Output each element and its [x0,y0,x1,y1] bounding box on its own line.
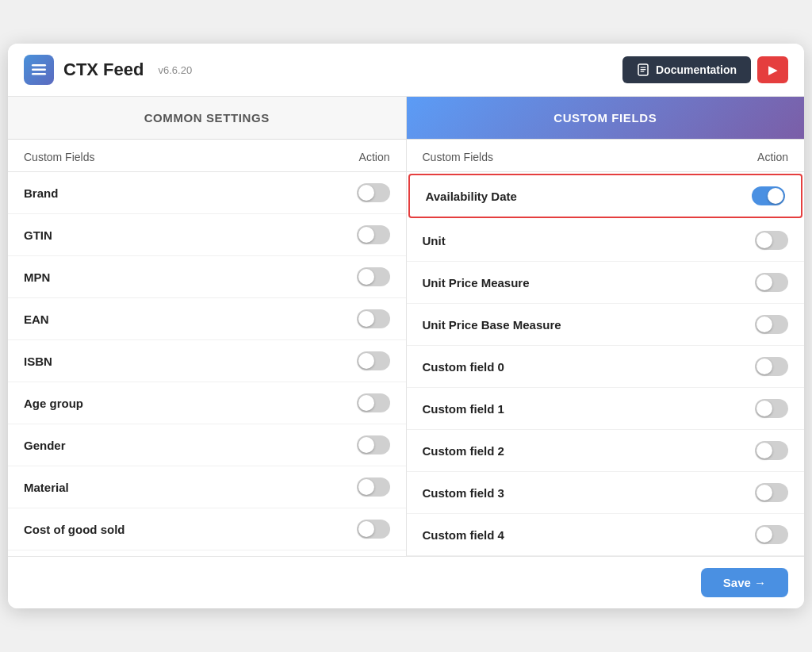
left-toggle-age-group[interactable] [357,393,390,412]
app-version: v6.6.20 [158,64,192,76]
left-toggle-gtin[interactable] [357,225,390,244]
right-row-unit-price-base-measure: Unit Price Base Measure [407,304,805,346]
left-row-ean: EAN [8,298,406,340]
left-row-gtin: GTIN [8,214,406,256]
app-title: CTX Feed [63,59,144,80]
right-toggle-unit[interactable] [755,231,788,250]
svg-rect-6 [641,71,645,72]
left-col-action-label: Action [359,151,390,163]
left-row-material: Material [8,466,406,508]
left-toggle-ean[interactable] [357,309,390,328]
header-left: CTX Feed v6.6.20 [24,55,192,85]
right-toggle-unit-price-base-measure[interactable] [755,315,788,334]
doc-button-label: Documentation [656,63,737,76]
youtube-button[interactable]: ▶ [757,56,788,83]
app-window: CTX Feed v6.6.20 Documentation ▶ COMMON … [8,44,804,608]
left-panel: Custom Fields Action Brand GTIN MPN EAN [8,140,407,556]
left-toggle-brand[interactable] [357,183,390,202]
right-row-custom-field-3: Custom field 3 [407,472,805,514]
right-field-unit-price-base-measure: Unit Price Base Measure [423,318,561,332]
right-col-fields-label: Custom Fields [423,151,493,163]
right-toggle-custom-4[interactable] [755,525,788,544]
right-row-custom-field-2: Custom field 2 [407,430,805,472]
svg-rect-0 [32,64,46,67]
left-row-cost: Cost of good sold [8,508,406,550]
tab-custom-fields[interactable]: CUSTOM FIELDS [407,97,805,139]
save-label: Save → [723,576,766,589]
right-toggle-custom-3[interactable] [755,483,788,502]
right-field-custom-4: Custom field 4 [423,528,504,542]
left-row-brand: Brand [8,172,406,214]
left-toggle-mpn[interactable] [357,267,390,286]
left-panel-header: Custom Fields Action [8,140,406,172]
left-field-cost: Cost of good sold [24,523,124,536]
svg-rect-1 [32,69,46,71]
left-col-fields-label: Custom Fields [24,151,94,163]
left-field-mpn: MPN [24,270,50,284]
right-row-custom-field-4: Custom field 4 [407,514,805,556]
svg-rect-4 [641,67,646,68]
left-field-age-group: Age group [24,397,83,410]
right-row-unit: Unit [407,220,805,262]
main-content: Custom Fields Action Brand GTIN MPN EAN [8,140,804,556]
left-toggle-gender[interactable] [357,435,390,454]
tab-common-settings[interactable]: COMMON SETTINGS [8,97,407,139]
right-panel: Custom Fields Action Availability Date U… [407,140,805,556]
header-right: Documentation ▶ [622,56,788,83]
left-field-material: Material [24,481,69,494]
left-row-age-group: Age group [8,382,406,424]
right-col-action-label: Action [757,151,788,163]
tabs: COMMON SETTINGS CUSTOM FIELDS [8,97,804,140]
right-toggle-unit-price-measure[interactable] [755,273,788,292]
left-toggle-material[interactable] [357,477,390,497]
svg-rect-2 [32,73,46,75]
right-row-custom-field-0: Custom field 0 [407,346,805,388]
save-button[interactable]: Save → [701,568,788,597]
right-field-custom-1: Custom field 1 [423,402,504,416]
right-field-availability-date: Availability Date [426,190,517,203]
left-toggle-isbn[interactable] [357,351,390,370]
right-panel-header: Custom Fields Action [407,140,805,172]
right-toggle-custom-1[interactable] [755,399,788,418]
documentation-button[interactable]: Documentation [622,56,751,83]
left-toggle-cost[interactable] [357,520,390,539]
svg-rect-5 [641,69,646,70]
left-row-gender: Gender [8,424,406,466]
left-field-ean: EAN [24,313,49,326]
right-toggle-availability-date[interactable] [752,186,785,205]
right-toggle-custom-2[interactable] [755,441,788,460]
right-field-custom-2: Custom field 2 [423,444,504,458]
right-row-availability-date: Availability Date [408,174,803,218]
right-toggle-custom-0[interactable] [755,357,788,376]
right-field-custom-0: Custom field 0 [423,360,504,374]
right-row-custom-field-1: Custom field 1 [407,388,805,430]
app-icon [24,55,54,85]
left-field-isbn: ISBN [24,355,52,368]
left-field-gtin: GTIN [24,228,52,242]
right-row-unit-price-measure: Unit Price Measure [407,262,805,304]
header: CTX Feed v6.6.20 Documentation ▶ [8,44,804,97]
right-field-unit: Unit [423,234,446,247]
left-row-isbn: ISBN [8,340,406,382]
left-field-brand: Brand [24,186,58,200]
right-field-unit-price-measure: Unit Price Measure [423,276,530,290]
left-row-mpn: MPN [8,256,406,298]
left-field-gender: Gender [24,439,66,452]
yt-icon: ▶ [768,63,777,76]
footer: Save → [8,556,804,608]
right-field-custom-3: Custom field 3 [423,486,504,500]
